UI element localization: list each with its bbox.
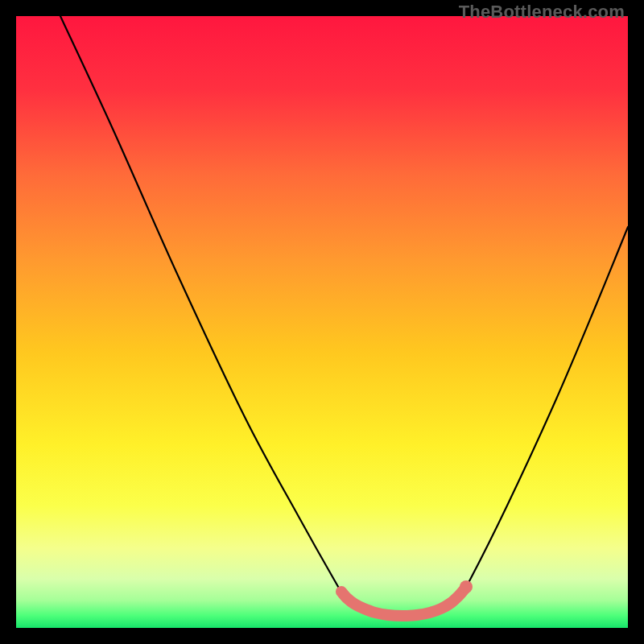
bottleneck-curve	[60, 16, 628, 616]
sweet-spot-end-dot	[460, 580, 473, 593]
plot-area	[16, 16, 628, 628]
chart-frame: TheBottleneck.com	[0, 0, 644, 644]
sweet-spot-highlight	[341, 589, 464, 616]
curve-layer	[16, 16, 628, 628]
watermark-text: TheBottleneck.com	[459, 2, 625, 23]
